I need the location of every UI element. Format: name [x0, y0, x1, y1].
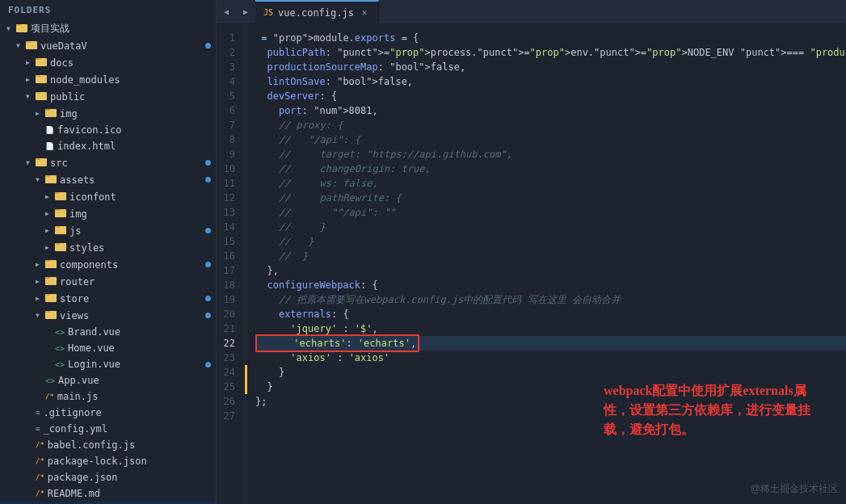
arrow-right-icon: ▶ — [26, 59, 34, 66]
tree-item-js[interactable]: ▶ js — [0, 222, 216, 239]
code-line-15: // } — [255, 234, 846, 249]
code-line-20: externals: { — [255, 307, 846, 321]
tree-item-assets[interactable]: ▼ assets — [0, 171, 216, 188]
svg-rect-29 — [45, 294, 50, 296]
code-line-23: 'axios' : 'axios' — [255, 351, 846, 365]
tree-item-favicon[interactable]: 📄favicon.ico — [0, 122, 216, 138]
file-icon: 📄 — [45, 142, 54, 150]
tree-item-store[interactable]: ▶ store — [0, 290, 216, 307]
js-file-icon: /* — [45, 393, 54, 401]
code-line-9: // target: "https://api.github.com", — [255, 147, 846, 162]
folder-icon — [55, 190, 66, 204]
arrow-right-icon: ▶ — [45, 244, 53, 251]
tree-item-src[interactable]: ▼ src — [0, 154, 216, 171]
modified-dot — [205, 313, 211, 318]
tree-item-app-vue[interactable]: <>App.vue — [0, 372, 216, 388]
tab-next-button[interactable]: ▶ — [236, 0, 255, 24]
tree-item-config-yml[interactable]: ≡_config.yml — [0, 421, 216, 437]
item-label: _config.yml — [43, 423, 211, 435]
tree-item-docs[interactable]: ▶ docs — [0, 54, 216, 71]
svg-rect-11 — [45, 109, 50, 111]
folder-icon — [45, 309, 57, 322]
code-line-7: // proxy: { — [255, 118, 846, 132]
item-label: vueDataV — [40, 40, 205, 52]
tree-item-router[interactable]: ▶ router — [0, 273, 216, 290]
tree-item-login-vue[interactable]: <>Login.vue — [0, 356, 216, 372]
code-line-11: // ws: false, — [255, 176, 846, 191]
item-label: router — [60, 276, 211, 288]
item-label: views — [60, 310, 205, 321]
svg-rect-27 — [45, 277, 50, 279]
arrow-right-icon: ▶ — [36, 110, 44, 117]
arrow-down-icon: ▼ — [26, 159, 34, 166]
code-line-13: // "^/api": "" — [255, 205, 846, 220]
js-file-icon: /* — [36, 441, 44, 449]
svg-rect-15 — [45, 175, 50, 177]
tab-prev-button[interactable]: ◀ — [217, 0, 236, 24]
line-numbers: 1234567891011121314151617181920212223242… — [217, 24, 246, 504]
json-file-icon: /* — [36, 457, 44, 465]
modified-dot — [205, 228, 211, 233]
folder-icon — [36, 90, 47, 103]
tree-item-components[interactable]: ▶ components — [0, 256, 216, 273]
tree-item-brand-vue[interactable]: <>Brand.vue — [0, 324, 216, 340]
vue-file-icon: <> — [45, 376, 55, 385]
tree-item-babel-config[interactable]: /*babel.config.js — [0, 437, 216, 453]
vue-file-icon: <> — [55, 344, 65, 353]
code-line-18: configureWebpack: { — [255, 278, 846, 292]
item-label: main.js — [57, 391, 211, 402]
code-line-16: // } — [255, 249, 846, 263]
tree-item-vuedatav[interactable]: ▼ vueDataV — [0, 37, 216, 54]
tree-item-root[interactable]: ▼ 项目实战 — [0, 20, 216, 37]
svg-rect-3 — [26, 41, 31, 43]
tab-close-button[interactable]: ✕ — [359, 7, 370, 19]
item-label: store — [60, 293, 205, 304]
svg-rect-13 — [36, 158, 40, 160]
tree-item-public[interactable]: ▼ public — [0, 88, 216, 105]
sidebar-header: FOLDERS — [0, 0, 216, 20]
tree-item-package-lock[interactable]: /*package-lock.json — [0, 453, 216, 469]
code-container: 1234567891011121314151617181920212223242… — [217, 24, 846, 504]
item-label: favicon.ico — [57, 124, 211, 136]
tree-item-iconfont[interactable]: ▶ iconfont — [0, 188, 216, 205]
item-label: img — [60, 108, 211, 120]
tab-icon: JS — [263, 8, 273, 17]
tree-item-readme[interactable]: /*README.md — [0, 485, 216, 502]
code-line-5: devServer: { — [255, 89, 846, 103]
tree-item-package-json[interactable]: /*package.json — [0, 469, 216, 485]
code-line-22: 'echarts': 'echarts', — [255, 336, 846, 351]
folder-icon — [55, 224, 66, 237]
item-label: README.md — [48, 488, 211, 499]
tree-item-main-js[interactable]: /*main.js — [0, 388, 216, 405]
folder-icon — [45, 292, 57, 305]
tree-item-gitignore[interactable]: ≡.gitignore — [0, 405, 216, 421]
folder-icon — [55, 241, 66, 254]
tree-item-img-public[interactable]: ▶ img — [0, 105, 216, 122]
code-line-17: }, — [255, 263, 846, 278]
tree-item-views[interactable]: ▼ views — [0, 307, 216, 324]
tree-item-home-vue[interactable]: <>Home.vue — [0, 340, 216, 356]
modified-dot — [205, 362, 211, 368]
code-line-3: productionSourceMap: "bool">false, — [255, 60, 846, 74]
tree-item-index-html[interactable]: 📄index.html — [0, 138, 216, 154]
sidebar: FOLDERS ▼ 项目实战▼ vueDataV▶ docs▶ node_mod… — [0, 0, 217, 504]
tab-vue-config[interactable]: JS vue.config.js ✕ — [255, 0, 379, 24]
svg-rect-19 — [55, 209, 60, 211]
item-label: src — [50, 158, 205, 169]
folder-icon — [36, 156, 47, 170]
tab-label: vue.config.js — [278, 7, 354, 19]
tree-item-img-src[interactable]: ▶ img — [0, 205, 216, 222]
svg-rect-1 — [16, 24, 21, 26]
item-label: public — [50, 91, 211, 103]
item-label: babel.config.js — [48, 439, 211, 451]
md-file-icon: /* — [36, 489, 44, 498]
code-line-2: publicPath: "punct">="prop">process."pun… — [255, 45, 846, 60]
tree-item-styles[interactable]: ▶ styles — [0, 239, 216, 256]
tree-item-node_modules[interactable]: ▶ node_modules — [0, 71, 216, 88]
arrow-right-icon: ▶ — [45, 193, 53, 200]
item-label: package-lock.json — [48, 456, 211, 467]
special-file-icon: ≡ — [36, 425, 40, 433]
annotation-box: webpack配置中使用扩展externals属性，设置第三方依赖库，进行变量挂… — [604, 381, 830, 439]
item-label: styles — [69, 242, 211, 254]
svg-rect-21 — [55, 226, 60, 228]
